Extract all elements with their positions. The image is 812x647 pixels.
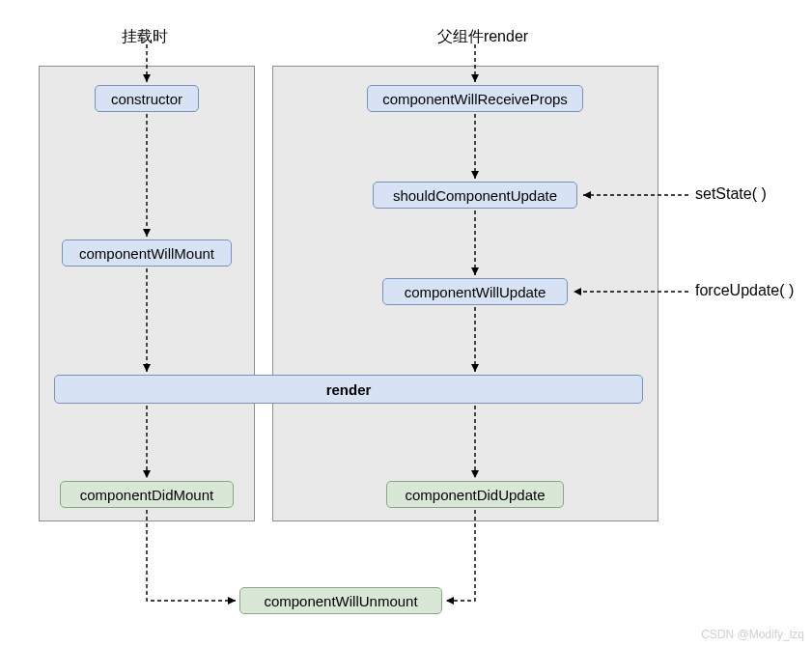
- title-left-mount: 挂载时: [106, 27, 183, 47]
- box-component-will-receive-props: componentWillReceiveProps: [367, 85, 583, 112]
- panel-mounting: [39, 66, 255, 521]
- label-set-state: setState( ): [695, 185, 767, 203]
- title-right-parent-render: 父组件render: [425, 27, 541, 47]
- box-component-will-update: componentWillUpdate: [382, 278, 568, 305]
- box-component-will-mount: componentWillMount: [62, 239, 232, 267]
- watermark: CSDN @Modify_lzq: [701, 628, 804, 641]
- box-render: render: [54, 375, 643, 404]
- box-component-did-mount: componentDidMount: [60, 481, 234, 508]
- box-should-component-update: shouldComponentUpdate: [373, 182, 577, 209]
- label-force-update: forceUpdate( ): [695, 282, 794, 299]
- box-component-did-update: componentDidUpdate: [386, 481, 564, 508]
- box-component-will-unmount: componentWillUnmount: [239, 587, 442, 614]
- box-constructor: constructor: [95, 85, 199, 112]
